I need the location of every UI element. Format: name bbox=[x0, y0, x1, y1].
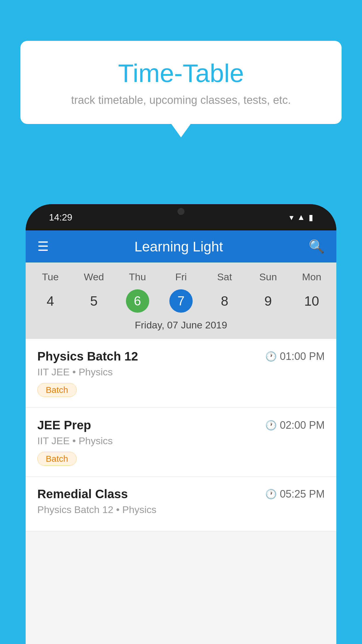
date-5[interactable]: 5 bbox=[72, 288, 115, 314]
signal-icon: ▲ bbox=[297, 213, 305, 222]
clock-icon-3: 🕐 bbox=[265, 489, 277, 500]
clock-icon-1: 🕐 bbox=[265, 351, 277, 362]
class-3-subtitle: Physics Batch 12 • Physics bbox=[37, 504, 325, 515]
class-2-subtitle: IIT JEE • Physics bbox=[37, 435, 325, 447]
class-item-3[interactable]: Remedial Class 🕐 05:25 PM Physics Batch … bbox=[26, 477, 336, 531]
camera-dot bbox=[178, 208, 184, 215]
status-icons: ▾ ▲ ▮ bbox=[289, 213, 313, 222]
class-1-badge: Batch bbox=[37, 383, 77, 397]
day-wed: Wed bbox=[72, 268, 115, 286]
day-mon: Mon bbox=[290, 268, 333, 286]
class-3-time: 🕐 05:25 PM bbox=[265, 488, 325, 500]
day-sun: Sun bbox=[246, 268, 290, 286]
calendar-section: Tue Wed Thu Fri Sat Sun Mon 4 5 6 7 8 9 … bbox=[26, 262, 336, 339]
app-header: ☰ Learning Light 🔍 bbox=[26, 230, 336, 262]
day-tue: Tue bbox=[29, 268, 72, 286]
page-subtitle: track timetable, upcoming classes, tests… bbox=[38, 94, 324, 106]
class-2-badge: Batch bbox=[37, 452, 77, 466]
page-title: Time-Table bbox=[38, 58, 324, 88]
class-item-2[interactable]: JEE Prep 🕐 02:00 PM IIT JEE • Physics Ba… bbox=[26, 408, 336, 477]
status-bar: 14:29 ▾ ▲ ▮ bbox=[26, 204, 336, 230]
class-item-1-header: Physics Batch 12 🕐 01:00 PM bbox=[37, 349, 325, 363]
date-7-selected[interactable]: 7 bbox=[169, 289, 193, 313]
date-8[interactable]: 8 bbox=[203, 288, 246, 314]
class-item-3-header: Remedial Class 🕐 05:25 PM bbox=[37, 487, 325, 501]
phone-notch bbox=[164, 204, 198, 219]
speech-bubble-container: Time-Table track timetable, upcoming cla… bbox=[20, 41, 342, 124]
date-6-today[interactable]: 6 bbox=[126, 289, 149, 313]
class-item-2-header: JEE Prep 🕐 02:00 PM bbox=[37, 418, 325, 432]
selected-date-label: Friday, 07 June 2019 bbox=[26, 316, 336, 336]
hamburger-icon[interactable]: ☰ bbox=[37, 240, 49, 253]
app-header-title: Learning Light bbox=[60, 239, 297, 255]
class-1-name: Physics Batch 12 bbox=[37, 349, 138, 363]
status-time: 14:29 bbox=[49, 212, 72, 223]
date-row: 4 5 6 7 8 9 10 bbox=[26, 286, 336, 316]
class-2-name: JEE Prep bbox=[37, 418, 91, 432]
day-thu: Thu bbox=[116, 268, 159, 286]
class-item-1[interactable]: Physics Batch 12 🕐 01:00 PM IIT JEE • Ph… bbox=[26, 339, 336, 408]
search-icon[interactable]: 🔍 bbox=[309, 239, 325, 254]
app-content: ☰ Learning Light 🔍 Tue Wed Thu Fri Sat S… bbox=[26, 230, 336, 644]
date-4[interactable]: 4 bbox=[29, 288, 72, 314]
speech-bubble: Time-Table track timetable, upcoming cla… bbox=[20, 41, 342, 124]
class-1-subtitle: IIT JEE • Physics bbox=[37, 366, 325, 378]
phone-mockup: 14:29 ▾ ▲ ▮ ☰ Learning Light 🔍 Tue Wed T… bbox=[26, 204, 336, 644]
class-3-name: Remedial Class bbox=[37, 487, 128, 501]
battery-icon: ▮ bbox=[309, 213, 313, 222]
clock-icon-2: 🕐 bbox=[265, 420, 277, 431]
day-fri: Fri bbox=[159, 268, 203, 286]
date-10[interactable]: 10 bbox=[290, 288, 333, 314]
day-headers: Tue Wed Thu Fri Sat Sun Mon bbox=[26, 268, 336, 286]
day-sat: Sat bbox=[203, 268, 246, 286]
date-9[interactable]: 9 bbox=[246, 288, 290, 314]
class-list: Physics Batch 12 🕐 01:00 PM IIT JEE • Ph… bbox=[26, 339, 336, 531]
class-2-time: 🕐 02:00 PM bbox=[265, 419, 325, 431]
wifi-icon: ▾ bbox=[289, 213, 294, 222]
class-1-time: 🕐 01:00 PM bbox=[265, 350, 325, 363]
